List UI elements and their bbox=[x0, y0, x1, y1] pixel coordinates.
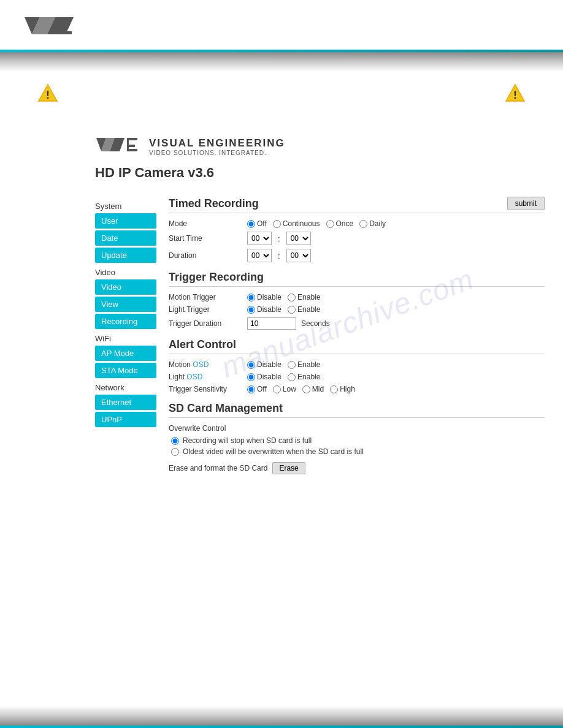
mode-continuous-radio[interactable] bbox=[273, 220, 281, 228]
mode-row: Mode Off Continuous Once Daily bbox=[169, 219, 545, 228]
header-gradient bbox=[0, 52, 563, 72]
mode-continuous-label[interactable]: Continuous bbox=[273, 219, 320, 228]
start-time-min-select[interactable]: 00153045 bbox=[286, 232, 311, 245]
motion-osd-enable-label[interactable]: Enable bbox=[288, 360, 320, 369]
mode-daily-radio[interactable] bbox=[359, 220, 367, 228]
motion-osd-radio-group: Disable Enable bbox=[247, 360, 320, 369]
footer-bar bbox=[0, 726, 563, 728]
motion-enable-label[interactable]: Enable bbox=[288, 293, 320, 301]
start-time-colon: : bbox=[278, 234, 280, 243]
svg-rect-16 bbox=[127, 145, 135, 147]
submit-button[interactable]: submit bbox=[507, 197, 545, 210]
sensitivity-high-label[interactable]: High bbox=[330, 385, 355, 393]
duration-min-select[interactable]: 00153045 bbox=[286, 249, 311, 262]
duration-hour-select[interactable]: 000102 bbox=[247, 249, 272, 262]
light-osd-disable-label[interactable]: Disable bbox=[247, 373, 282, 381]
mode-off-radio[interactable] bbox=[247, 220, 255, 228]
light-disable-radio[interactable] bbox=[247, 306, 255, 314]
motion-disable-label[interactable]: Disable bbox=[247, 293, 282, 301]
sidebar-item-upnp[interactable]: UPnP bbox=[95, 412, 156, 427]
trigger-sensitivity-radio-group: Off Low Mid High bbox=[247, 385, 355, 393]
trigger-duration-input[interactable] bbox=[247, 317, 296, 330]
overwrite-option-2: Oldest video will be overwritten when th… bbox=[171, 447, 545, 456]
motion-enable-radio[interactable] bbox=[288, 294, 296, 301]
motion-osd-enable-radio[interactable] bbox=[288, 361, 296, 369]
sidebar-item-update[interactable]: Update bbox=[95, 248, 156, 263]
sidebar-item-ap-mode[interactable]: AP Mode bbox=[95, 346, 156, 361]
erase-button[interactable]: Erase bbox=[272, 462, 305, 474]
start-time-label: Start Time bbox=[169, 234, 242, 243]
sidebar-item-sta-mode[interactable]: STA Mode bbox=[95, 363, 156, 378]
overwrite-option-1: Recording will stop when SD card is full bbox=[171, 436, 545, 445]
overwrite-overwrite-radio[interactable] bbox=[171, 448, 179, 456]
timed-recording-header: Timed Recording submit bbox=[169, 197, 545, 210]
trigger-duration-row: Trigger Duration Seconds bbox=[169, 317, 545, 330]
overwrite-stop-label: Recording will stop when SD card is full bbox=[183, 436, 312, 445]
light-osd-label: Light OSD bbox=[169, 373, 242, 381]
trigger-recording-header: Trigger Recording bbox=[169, 271, 545, 284]
motion-trigger-radio-group: Disable Enable bbox=[247, 293, 320, 301]
motion-trigger-label: Motion Trigger bbox=[169, 293, 242, 301]
light-enable-radio[interactable] bbox=[288, 306, 296, 314]
sensitivity-mid-radio[interactable] bbox=[302, 385, 310, 393]
light-trigger-row: Light Trigger Disable Enable bbox=[169, 305, 545, 314]
trigger-duration-label: Trigger Duration bbox=[169, 319, 242, 328]
page-title: HD IP Camera v3.6 bbox=[95, 165, 545, 181]
sensitivity-high-radio[interactable] bbox=[330, 385, 338, 393]
brand-text: Visual Engineering Video Solutions. Inte… bbox=[149, 137, 285, 156]
warning-icon-right: ! bbox=[504, 83, 526, 105]
sidebar: System User Date Update Video Video View… bbox=[95, 197, 156, 474]
sidebar-group-system: System bbox=[95, 202, 156, 211]
mode-once-radio[interactable] bbox=[326, 220, 334, 228]
brand-logo-row: Visual Engineering Video Solutions. Inte… bbox=[95, 134, 545, 159]
warning-icon-left: ! bbox=[37, 83, 59, 105]
light-enable-label[interactable]: Enable bbox=[288, 305, 320, 314]
brand-ve-logo bbox=[95, 134, 139, 159]
light-disable-label[interactable]: Disable bbox=[247, 305, 282, 314]
sensitivity-mid-label[interactable]: Mid bbox=[302, 385, 324, 393]
brand-tagline: Video Solutions. Integrated. bbox=[149, 150, 285, 156]
light-osd-row: Light OSD Disable Enable bbox=[169, 373, 545, 381]
alert-control-title: Alert Control bbox=[169, 338, 236, 351]
sd-card-divider bbox=[169, 417, 545, 418]
motion-osd-label: Motion OSD bbox=[169, 360, 242, 369]
motion-osd-disable-label[interactable]: Disable bbox=[247, 360, 282, 369]
svg-rect-6 bbox=[58, 31, 72, 34]
light-osd-disable-radio[interactable] bbox=[247, 373, 255, 381]
mode-label: Mode bbox=[169, 219, 242, 228]
trigger-recording-title: Trigger Recording bbox=[169, 271, 264, 284]
overwrite-stop-radio[interactable] bbox=[171, 437, 179, 445]
sensitivity-low-radio[interactable] bbox=[273, 385, 281, 393]
svg-rect-15 bbox=[127, 138, 137, 140]
sensitivity-off-radio[interactable] bbox=[247, 385, 255, 393]
sidebar-item-user[interactable]: User bbox=[95, 213, 156, 229]
page-wrapper: ! ! Visual Engineering Video Solutions. … bbox=[0, 0, 563, 728]
light-osd-enable-radio[interactable] bbox=[288, 373, 296, 381]
sidebar-item-view[interactable]: View bbox=[95, 297, 156, 312]
svg-rect-4 bbox=[58, 17, 72, 20]
light-osd-link[interactable]: OSD bbox=[186, 373, 202, 381]
sensitivity-low-label[interactable]: Low bbox=[273, 385, 296, 393]
mode-off-label[interactable]: Off bbox=[247, 219, 267, 228]
light-trigger-radio-group: Disable Enable bbox=[247, 305, 320, 314]
overwrite-options: Recording will stop when SD card is full… bbox=[171, 436, 545, 456]
timed-recording-title: Timed Recording bbox=[169, 197, 259, 210]
sidebar-item-date[interactable]: Date bbox=[95, 230, 156, 246]
light-osd-enable-label[interactable]: Enable bbox=[288, 373, 320, 381]
ve-logo-header bbox=[18, 11, 92, 45]
sidebar-item-ethernet[interactable]: Ethernet bbox=[95, 395, 156, 410]
start-time-hour-select[interactable]: 000102 bbox=[247, 232, 272, 245]
sensitivity-off-label[interactable]: Off bbox=[247, 385, 267, 393]
sd-card-title: SD Card Management bbox=[169, 402, 283, 415]
brand-company: Visual Engineering bbox=[149, 137, 285, 150]
mode-once-label[interactable]: Once bbox=[326, 219, 354, 228]
sidebar-item-video[interactable]: Video bbox=[95, 279, 156, 295]
trigger-sensitivity-row: Trigger Sensitivity Off Low Mid High bbox=[169, 385, 545, 393]
alert-control-divider bbox=[169, 354, 545, 354]
motion-osd-disable-radio[interactable] bbox=[247, 361, 255, 369]
motion-osd-link[interactable]: OSD bbox=[193, 360, 209, 369]
motion-disable-radio[interactable] bbox=[247, 294, 255, 301]
sidebar-item-recording[interactable]: Recording bbox=[95, 314, 156, 329]
mode-daily-label[interactable]: Daily bbox=[359, 219, 386, 228]
erase-label: Erase and format the SD Card bbox=[169, 464, 267, 472]
